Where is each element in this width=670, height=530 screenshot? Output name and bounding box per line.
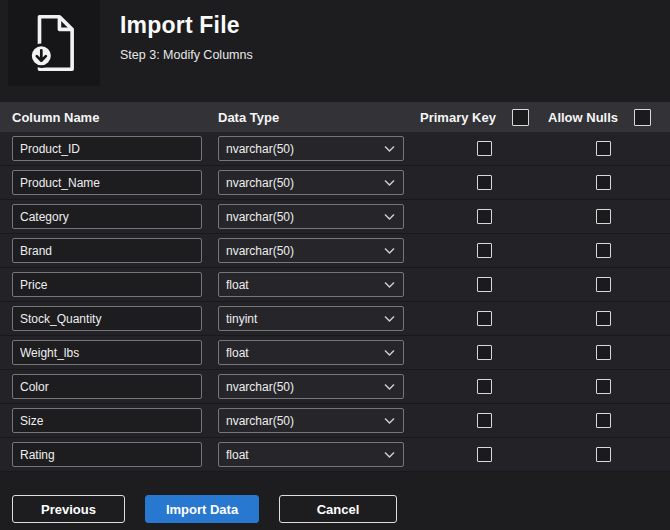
table-row: nvarchar(50) — [0, 132, 670, 166]
table-row: float — [0, 336, 670, 370]
column-name-input[interactable] — [12, 170, 202, 195]
table-row: nvarchar(50) — [0, 234, 670, 268]
table-row: float — [0, 268, 670, 302]
table-row: nvarchar(50) — [0, 404, 670, 438]
table-row: nvarchar(50) — [0, 200, 670, 234]
data-type-select[interactable]: nvarchar(50) — [218, 238, 404, 263]
import-data-button[interactable]: Import Data — [145, 495, 259, 523]
data-type-select[interactable]: nvarchar(50) — [218, 170, 404, 195]
primary-key-checkbox[interactable] — [477, 447, 492, 462]
table-row: float — [0, 438, 670, 472]
primary-key-checkbox[interactable] — [477, 311, 492, 326]
primary-key-header: Primary Key — [420, 109, 548, 126]
column-name-input[interactable] — [12, 442, 202, 467]
allow-nulls-header: Allow Nulls — [548, 109, 658, 126]
primary-key-checkbox[interactable] — [477, 379, 492, 394]
allow-nulls-checkbox[interactable] — [596, 141, 611, 156]
previous-button[interactable]: Previous — [12, 495, 125, 523]
table-row: nvarchar(50) — [0, 166, 670, 200]
data-type-select[interactable]: float — [218, 272, 404, 297]
footer-buttons: Previous Import Data Cancel — [12, 495, 670, 523]
allow-nulls-checkbox[interactable] — [596, 379, 611, 394]
primary-key-checkbox[interactable] — [477, 209, 492, 224]
column-name-input[interactable] — [12, 272, 202, 297]
header-text: Import File Step 3: Modify Columns — [100, 0, 253, 62]
primary-key-checkbox[interactable] — [477, 243, 492, 258]
primary-key-checkbox[interactable] — [477, 175, 492, 190]
data-type-select[interactable]: nvarchar(50) — [218, 204, 404, 229]
table-row: tinyint — [0, 302, 670, 336]
cancel-button[interactable]: Cancel — [279, 495, 397, 523]
primary-key-header-label: Primary Key — [420, 110, 496, 125]
data-type-select[interactable]: nvarchar(50) — [218, 374, 404, 399]
select-all-primary-key-checkbox[interactable] — [512, 109, 529, 126]
data-type-select[interactable]: nvarchar(50) — [218, 408, 404, 433]
column-name-input[interactable] — [12, 340, 202, 365]
allow-nulls-checkbox[interactable] — [596, 277, 611, 292]
data-type-select[interactable]: float — [218, 442, 404, 467]
dialog-header: Import File Step 3: Modify Columns — [0, 0, 670, 90]
column-name-input[interactable] — [12, 306, 202, 331]
primary-key-checkbox[interactable] — [477, 277, 492, 292]
primary-key-checkbox[interactable] — [477, 413, 492, 428]
select-all-allow-nulls-checkbox[interactable] — [634, 109, 651, 126]
primary-key-checkbox[interactable] — [477, 345, 492, 360]
allow-nulls-checkbox[interactable] — [596, 345, 611, 360]
column-name-header: Column Name — [12, 110, 218, 125]
data-type-select[interactable]: nvarchar(50) — [218, 136, 404, 161]
file-download-icon — [25, 12, 83, 74]
step-subtitle: Step 3: Modify Columns — [120, 48, 253, 62]
allow-nulls-checkbox[interactable] — [596, 311, 611, 326]
column-name-input[interactable] — [12, 136, 202, 161]
data-type-select[interactable]: tinyint — [218, 306, 404, 331]
allow-nulls-checkbox[interactable] — [596, 175, 611, 190]
column-name-input[interactable] — [12, 238, 202, 263]
columns-table: Column Name Data Type Primary Key Allow … — [0, 102, 670, 472]
column-name-input[interactable] — [12, 204, 202, 229]
column-name-input[interactable] — [12, 408, 202, 433]
data-type-select[interactable]: float — [218, 340, 404, 365]
page-title: Import File — [120, 12, 253, 39]
data-type-header: Data Type — [218, 110, 420, 125]
column-rows: nvarchar(50) nvarchar(50) — [0, 132, 670, 472]
allow-nulls-checkbox[interactable] — [596, 243, 611, 258]
primary-key-checkbox[interactable] — [477, 141, 492, 156]
allow-nulls-checkbox[interactable] — [596, 447, 611, 462]
allow-nulls-checkbox[interactable] — [596, 209, 611, 224]
import-file-icon — [8, 0, 100, 86]
table-header-row: Column Name Data Type Primary Key Allow … — [0, 102, 670, 132]
allow-nulls-header-label: Allow Nulls — [548, 110, 618, 125]
table-row: nvarchar(50) — [0, 370, 670, 404]
allow-nulls-checkbox[interactable] — [596, 413, 611, 428]
column-name-input[interactable] — [12, 374, 202, 399]
